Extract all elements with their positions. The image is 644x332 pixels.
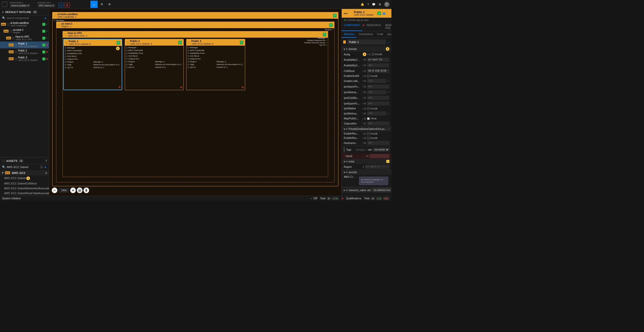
subtab-connections[interactable]: Connections — [357, 31, 375, 38]
info-icon[interactable]: ? — [45, 159, 47, 162]
attr-input[interactable]: abc — [367, 96, 389, 100]
attr-input[interactable]: abc — [367, 121, 389, 126]
subnet-frame[interactable]: ⬚Public 1AWS::EC2::Subnet: 0+ManagerAWS … — [63, 39, 122, 90]
outline-item[interactable]: aws⬚Public 3AWS::EC2::Subnet+⊗ — [0, 55, 49, 62]
attr-input[interactable]: 123 — [367, 111, 386, 116]
attr-input[interactable]: us-east-1a — [367, 58, 389, 62]
merge-icon[interactable]: ⇋ — [58, 3, 64, 7]
subnet-frame[interactable]: ⬚Public 2AWS::EC2::Subnet: 0+ManagerAWS … — [125, 39, 184, 90]
filter-icon[interactable]: ▼ — [44, 166, 47, 169]
aws-icon: aws — [9, 50, 14, 53]
filter-icon[interactable]: ▼ — [44, 17, 47, 20]
attr-input[interactable]: abc — [367, 85, 389, 89]
add-icon[interactable]: + — [178, 41, 182, 44]
changeset-dropdown[interactable]: VPC How-to ▾ — [37, 4, 56, 7]
outline-item[interactable]: aws⬚us-east-1Region+✓ — [0, 28, 49, 35]
tab-mgmt[interactable]: MGMT FNS — [383, 22, 391, 31]
error-icon: ⊗ — [118, 85, 121, 89]
asset-item[interactable]: AWS::EC2::SubnetRouteTableAssociation — [0, 191, 49, 196]
attr-input[interactable]: 10.0.128.0/20 — [367, 69, 389, 73]
frame-sandbox-header[interactable]: ⬚ si-tools-sandbox AWS Credential: 1 + — [53, 12, 338, 19]
collapse-icon[interactable]: ≡ — [2, 11, 4, 14]
lab-view-icon[interactable]: ⚗ — [98, 1, 105, 8]
add-icon: + — [42, 23, 45, 26]
more-icon[interactable]: ⋮ — [387, 12, 390, 15]
secret-value[interactable]: aws AWS Credential / si-tools-sandbox — [359, 177, 388, 185]
attr-input[interactable]: 123 — [367, 90, 386, 94]
add-icon[interactable]: + — [240, 41, 243, 44]
chevron-down-icon[interactable]: ▾ — [344, 48, 345, 50]
chevron-down-icon[interactable]: ▾ — [344, 160, 345, 163]
outline-item[interactable]: aws⬚Public 1AWS::EC2::Subnet+⊗ — [0, 42, 49, 48]
error-icon[interactable]: ⊗ — [341, 197, 344, 200]
add-icon[interactable]: + — [323, 33, 326, 36]
subnet-header[interactable]: ⬚Public 3AWS::EC2::Subnet: 0+ — [186, 39, 245, 46]
frame-icon: ⬚ — [127, 41, 129, 44]
checkbox[interactable] — [367, 107, 370, 110]
trash-icon[interactable]: 🗑 — [65, 3, 70, 7]
subtab-code[interactable]: Code — [375, 31, 385, 38]
outline-item[interactable]: aws⬚si-tools-sandboxAWS Credential+✓ — [0, 21, 49, 28]
asset-item[interactable]: AWS::EC2::Subnet 1 — [0, 175, 49, 181]
zoom-fit-button[interactable]: ◎ — [77, 188, 82, 193]
checkbox[interactable] — [367, 75, 370, 77]
outline-item[interactable]: aws⬚How to VPCAWS::EC2::VPC+✓ — [0, 35, 49, 42]
attr-input[interactable]: abc — [367, 63, 389, 67]
checkbox[interactable] — [367, 137, 370, 139]
attr-row: AvailabilityZ...I ⊟us-east-1a — [342, 57, 391, 63]
gear-icon[interactable]: ⚙ — [379, 3, 381, 6]
vpcid-input[interactable] — [370, 154, 389, 158]
diff-icon[interactable]: ～ Diff — [310, 197, 317, 200]
zoom-out-button[interactable]: − — [52, 188, 57, 193]
tab-resource[interactable]: RESOURCE — [365, 22, 383, 31]
chevron-down-icon[interactable]: ▾ — [344, 128, 345, 130]
asset-item[interactable]: AWS::EC2::SubnetNetworkAclAssociation — [0, 186, 49, 191]
check-icon: ✓ — [387, 91, 389, 94]
chevron-right-icon[interactable]: ▸ — [344, 189, 345, 192]
chevron-down-icon[interactable]: ▾ — [344, 171, 345, 174]
zoom-in-button[interactable]: + — [70, 188, 76, 193]
attr-input[interactable]: abc — [367, 141, 389, 145]
help-icon[interactable]: ? — [367, 3, 369, 6]
add-icon[interactable]: + — [377, 12, 381, 15]
add-icon: + — [42, 57, 45, 60]
subtab-attributes[interactable]: Attributes — [342, 31, 357, 38]
checkbox[interactable] — [372, 53, 374, 56]
attr-input[interactable]: abc — [367, 101, 389, 106]
download-icon[interactable]: ⬇ — [84, 188, 89, 193]
subnet-header[interactable]: ⬚Public 2AWS::EC2::Subnet: 0+ — [125, 39, 183, 46]
subnet-frame[interactable]: ⬚Public 3AWS::EC2::Subnet: 0+ManagerAWS … — [186, 39, 245, 90]
attr-input[interactable]: 123 — [367, 79, 386, 83]
frame-type-icon[interactable]: ⬚ — [387, 40, 390, 44]
outline-item[interactable]: aws⬚Public 2AWS::EC2::Subnet+⊗ — [0, 48, 49, 55]
checkbox[interactable] — [367, 117, 370, 120]
component-name-input[interactable] — [347, 39, 386, 45]
avatar[interactable]: P — [384, 2, 389, 7]
asset-search-input[interactable] — [7, 166, 39, 169]
frame-vpc-header[interactable]: ⬚ How to VPC AWS::EC2::VPC: 3 + — [63, 31, 328, 38]
view-icon[interactable]: 👁 — [106, 1, 113, 8]
attr-row: Ipv4IpamPo...I ⊟abc — [342, 84, 391, 89]
asset-group[interactable]: ▾ aws AWS::EC2 4 — [0, 170, 49, 175]
checkbox[interactable] — [367, 132, 370, 135]
workspace-dropdown[interactable]: How-to Guides ▾ — [10, 4, 30, 7]
add-icon[interactable]: + — [117, 41, 120, 45]
panel-icon[interactable]: ▮▮ — [382, 12, 386, 15]
frame-region-header[interactable]: ⬚ us-east-1 Region: 1 + — [56, 22, 334, 28]
subtab-qual[interactable]: Qualificati — [385, 31, 391, 38]
add-icon[interactable]: + — [329, 23, 333, 27]
tab-component[interactable]: COMPONENT — [342, 22, 362, 31]
color-swatch[interactable] — [343, 40, 346, 44]
clear-icon[interactable]: ⓧ — [40, 165, 43, 169]
add-icon[interactable]: + — [333, 14, 337, 17]
rv-dropdown[interactable]: via attribute func — [372, 188, 391, 192]
asset-item[interactable]: AWS::EC2::SubnetCidrBlock — [0, 181, 49, 186]
discord-icon[interactable]: 💬 — [372, 3, 376, 6]
attr-row: Ipv4Netma...I ⊟123✓ — [342, 89, 391, 95]
tags-set-dropdown[interactable]: via socket — [373, 148, 389, 151]
app-logo[interactable] — [2, 2, 7, 7]
bell-icon[interactable]: 🔔 — [361, 3, 364, 6]
outline-search-input[interactable] — [7, 17, 43, 19]
model-view-icon[interactable]: ◬ — [90, 1, 98, 8]
subnet-header[interactable]: ⬚Public 1AWS::EC2::Subnet: 0+ — [64, 39, 122, 46]
